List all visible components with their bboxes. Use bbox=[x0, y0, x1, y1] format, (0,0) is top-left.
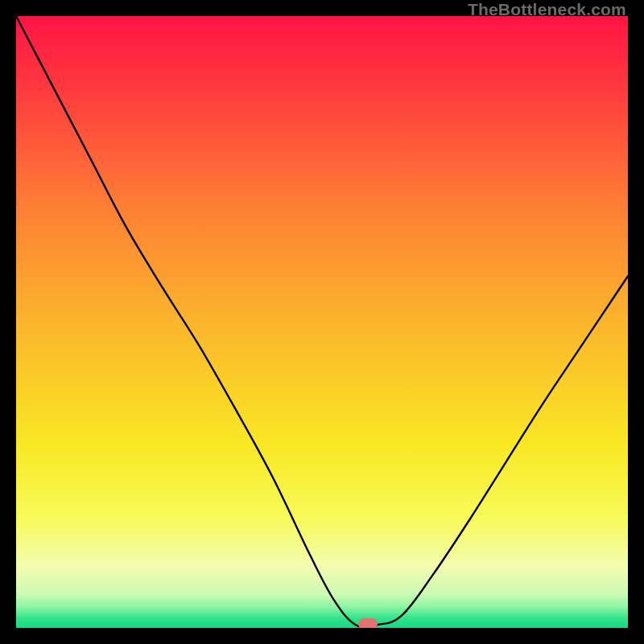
optimal-point-marker bbox=[358, 618, 378, 628]
plot-area bbox=[16, 16, 628, 628]
chart-frame: TheBottleneck.com bbox=[0, 0, 644, 644]
gradient-background bbox=[16, 16, 628, 628]
bottleneck-chart-svg bbox=[16, 16, 628, 628]
watermark-text: TheBottleneck.com bbox=[468, 0, 626, 19]
